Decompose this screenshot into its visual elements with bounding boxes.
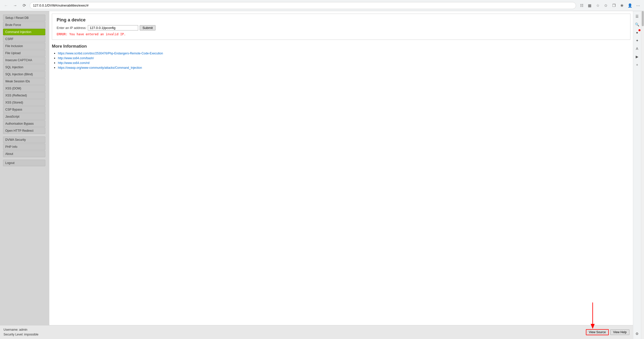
right-chrome: ☰ 🔍 ● ✦ A ▶ + ⚙	[633, 11, 641, 339]
bookmark-button[interactable]: ☆	[594, 2, 601, 9]
footer-buttons: View Source View Help	[586, 329, 629, 335]
more-info-links: https://www.scribd.com/doc/2530476/Php-E…	[52, 51, 630, 70]
ping-label: Enter an IP address:	[57, 26, 86, 30]
page-scrollable: Setup / Reset DB Brute Force Command Inj…	[0, 11, 633, 325]
list-item: https://owasp.org/www-community/attacks/…	[58, 66, 630, 70]
sidebar-divider-2	[3, 158, 45, 159]
sidebar-item-xss-dom[interactable]: XSS (DOM)	[3, 85, 45, 92]
sidebar-item-dvwa-security[interactable]: DVWA Security	[3, 137, 45, 143]
view-source-button[interactable]: View Source	[586, 329, 609, 335]
list-item: https://www.scribd.com/doc/2530476/Php-E…	[58, 51, 630, 55]
notification-icon[interactable]: ●	[634, 29, 640, 36]
sidebar-item-brute-force[interactable]: Brute Force	[3, 22, 45, 28]
more-info-link-2[interactable]: http://www.ss64.com/bash/	[58, 56, 94, 60]
favorites-button[interactable]: ✩	[602, 2, 609, 9]
ping-box: Ping a device Enter an IP address: Submi…	[52, 14, 630, 40]
more-info-link-3[interactable]: http://www.ss64.com/nt/	[58, 61, 90, 65]
ping-title: Ping a device	[57, 17, 626, 23]
sidebar-item-csp-bypass[interactable]: CSP Bypass	[3, 106, 45, 113]
more-info-link-4[interactable]: https://owasp.org/www-community/attacks/…	[58, 66, 142, 70]
collections-button[interactable]: ❐	[610, 2, 617, 9]
browser-chrome: ← → ⟳ ☷ ▦ ☆ ✩ ❐ ❀ 👤 ⋯	[0, 0, 644, 11]
sidebar-item-php-info[interactable]: PHP Info	[3, 144, 45, 150]
footer-info: Username: admin Security Level: impossib…	[4, 327, 39, 337]
settings-icon[interactable]: ⚙	[634, 330, 640, 337]
reader-mode-button[interactable]: ☷	[578, 2, 585, 9]
sidebar-item-xss-reflected[interactable]: XSS (Reflected)	[3, 92, 45, 99]
security-level-value: impossible	[24, 333, 39, 336]
sidebar-item-insecure-captcha[interactable]: Insecure CAPTCHA	[3, 57, 45, 63]
sidebar-item-file-upload[interactable]: File Upload	[3, 50, 45, 56]
left-panel: Setup / Reset DB Brute Force Command Inj…	[0, 11, 49, 325]
sidebar-item-csrf[interactable]: CSRF	[3, 36, 45, 42]
split-screen-button[interactable]: ▦	[586, 2, 593, 9]
security-level-line: Security Level: impossible	[4, 332, 39, 337]
ping-form: Enter an IP address: Submit	[57, 25, 626, 30]
profile-button[interactable]: 👤	[626, 2, 633, 9]
copilot-button[interactable]: ❀	[618, 2, 625, 9]
sidebar-item-about[interactable]: About	[3, 151, 45, 157]
sidebar-item-xss-stored[interactable]: XSS (Stored)	[3, 99, 45, 106]
more-info-link-1[interactable]: https://www.scribd.com/doc/2530476/Php-E…	[58, 52, 163, 55]
security-level-label: Security Level:	[4, 333, 23, 336]
list-item: http://www.ss64.com/nt/	[58, 61, 630, 65]
notification-badge	[638, 29, 640, 31]
scrollbar[interactable]	[641, 11, 644, 339]
read-aloud-icon[interactable]: ▶	[634, 53, 640, 60]
translate-icon[interactable]: A	[634, 45, 640, 52]
forward-button[interactable]: →	[12, 2, 19, 9]
more-info-title: More Information	[52, 44, 630, 49]
sidebar-item-weak-session-ids[interactable]: Weak Session IDs	[3, 78, 45, 85]
search-sidebar-icon[interactable]: 🔍	[634, 21, 640, 28]
sidebar: Setup / Reset DB Brute Force Command Inj…	[2, 13, 47, 168]
more-information-section: More Information https://www.scribd.com/…	[52, 44, 630, 70]
username-label: Username:	[4, 328, 18, 331]
sidebar-item-javascript[interactable]: JavaScript	[3, 113, 45, 120]
address-bar[interactable]	[30, 2, 576, 9]
back-button[interactable]: ←	[3, 2, 10, 9]
copilot-sidebar-icon[interactable]: ✦	[634, 37, 640, 44]
sidebar-item-authorisation-bypass[interactable]: Authorisation Bypass	[3, 120, 45, 127]
sidebar-item-open-http-redirect[interactable]: Open HTTP Redirect	[3, 127, 45, 134]
main-body: Setup / Reset DB Brute Force Command Inj…	[0, 11, 644, 339]
error-message: ERROR: You have entered an invalid IP.	[57, 32, 626, 36]
sidebar-item-sql-injection-blind[interactable]: SQL Injection (Blind)	[3, 71, 45, 78]
sidebar-item-setup-reset-db[interactable]: Setup / Reset DB	[3, 15, 45, 21]
reload-button[interactable]: ⟳	[21, 2, 28, 9]
sidebar-item-sql-injection[interactable]: SQL Injection	[3, 64, 45, 71]
ping-input[interactable]	[88, 25, 138, 30]
sidebar-item-command-injection[interactable]: Command Injection	[3, 29, 45, 35]
extensions-icon[interactable]: ☰	[634, 13, 640, 20]
ping-submit-button[interactable]: Submit	[140, 25, 155, 30]
username-value: admin	[19, 328, 27, 331]
page-content-wrapper: Setup / Reset DB Brute Force Command Inj…	[0, 11, 633, 339]
bottom-bar: Username: admin Security Level: impossib…	[0, 325, 633, 339]
list-item: http://www.ss64.com/bash/	[58, 56, 630, 60]
add-icon[interactable]: +	[634, 61, 640, 68]
right-panel: Ping a device Enter an IP address: Submi…	[49, 11, 633, 325]
scrollbar-thumb[interactable]	[642, 11, 644, 26]
view-help-button[interactable]: View Help	[610, 329, 629, 335]
username-line: Username: admin	[4, 327, 39, 332]
sidebar-item-file-inclusion[interactable]: File Inclusion	[3, 43, 45, 49]
more-button[interactable]: ⋯	[634, 2, 641, 9]
sidebar-divider-1	[3, 134, 45, 136]
sidebar-item-logout[interactable]: Logout	[3, 160, 45, 166]
